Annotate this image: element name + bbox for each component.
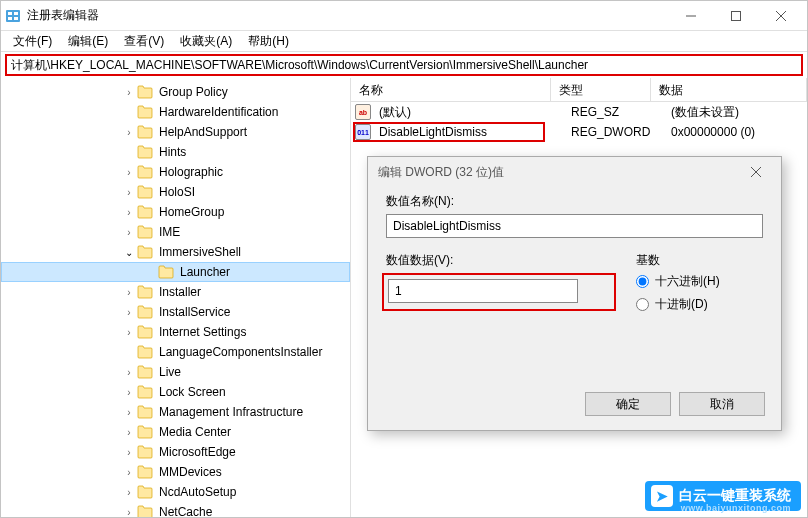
- tree-item-microsoftedge[interactable]: ›MicrosoftEdge: [1, 442, 350, 462]
- expander-icon[interactable]: ›: [121, 284, 137, 300]
- tree-item-holosi[interactable]: ›HoloSI: [1, 182, 350, 202]
- expander-icon[interactable]: ⌄: [121, 244, 137, 260]
- expander-icon[interactable]: ›: [121, 124, 137, 140]
- expander-icon[interactable]: ›: [121, 164, 137, 180]
- tree-item-internet-settings[interactable]: ›Internet Settings: [1, 322, 350, 342]
- expander-icon[interactable]: ›: [121, 404, 137, 420]
- radio-hex-input[interactable]: [636, 275, 649, 288]
- tree-item-lock-screen[interactable]: ›Lock Screen: [1, 382, 350, 402]
- ok-button[interactable]: 确定: [585, 392, 671, 416]
- expander-icon[interactable]: ›: [121, 304, 137, 320]
- tree-label: NetCache: [157, 505, 214, 517]
- tree-item-languagecomponentsinstaller[interactable]: LanguageComponentsInstaller: [1, 342, 350, 362]
- tree-label: MMDevices: [157, 465, 224, 479]
- svg-rect-1: [8, 12, 12, 15]
- maximize-button[interactable]: [713, 1, 758, 30]
- tree-item-media-center[interactable]: ›Media Center: [1, 422, 350, 442]
- menu-view[interactable]: 查看(V): [116, 31, 172, 52]
- menu-bar: 文件(F) 编辑(E) 查看(V) 收藏夹(A) 帮助(H): [1, 31, 807, 52]
- tree-item-launcher[interactable]: Launcher: [1, 262, 350, 282]
- tree-label: Management Infrastructure: [157, 405, 305, 419]
- folder-icon: [137, 485, 153, 499]
- data-field[interactable]: [388, 279, 578, 303]
- dword-value-icon: 011: [355, 124, 371, 140]
- menu-file[interactable]: 文件(F): [5, 31, 60, 52]
- col-header-name[interactable]: 名称: [351, 78, 551, 101]
- folder-icon: [137, 385, 153, 399]
- expander-icon[interactable]: ›: [121, 204, 137, 220]
- folder-icon: [137, 325, 153, 339]
- watermark-icon: ➤: [651, 485, 673, 507]
- tree-item-installservice[interactable]: ›InstallService: [1, 302, 350, 322]
- expander-icon: [121, 344, 137, 360]
- cell-name: DisableLightDismiss: [375, 125, 567, 139]
- tree-item-installer[interactable]: ›Installer: [1, 282, 350, 302]
- tree-item-live[interactable]: ›Live: [1, 362, 350, 382]
- folder-icon: [137, 245, 153, 259]
- address-bar[interactable]: [5, 54, 803, 76]
- value-row[interactable]: 011DisableLightDismissREG_DWORD0x0000000…: [351, 122, 807, 142]
- expander-icon[interactable]: ›: [121, 484, 137, 500]
- tree-item-helpandsupport[interactable]: ›HelpAndSupport: [1, 122, 350, 142]
- expander-icon[interactable]: ›: [121, 464, 137, 480]
- tree-item-netcache[interactable]: ›NetCache: [1, 502, 350, 517]
- title-bar: 注册表编辑器: [1, 1, 807, 31]
- expander-icon[interactable]: ›: [121, 384, 137, 400]
- expander-icon: [142, 264, 158, 280]
- tree-item-holographic[interactable]: ›Holographic: [1, 162, 350, 182]
- expander-icon[interactable]: ›: [121, 444, 137, 460]
- folder-icon: [137, 85, 153, 99]
- tree-label: Internet Settings: [157, 325, 248, 339]
- expander-icon[interactable]: ›: [121, 324, 137, 340]
- menu-help[interactable]: 帮助(H): [240, 31, 297, 52]
- tree-label: Launcher: [178, 265, 232, 279]
- tree-item-group-policy[interactable]: ›Group Policy: [1, 82, 350, 102]
- expander-icon[interactable]: ›: [121, 184, 137, 200]
- tree-label: LanguageComponentsInstaller: [157, 345, 324, 359]
- tree-item-homegroup[interactable]: ›HomeGroup: [1, 202, 350, 222]
- tree-item-mmdevices[interactable]: ›MMDevices: [1, 462, 350, 482]
- col-header-type[interactable]: 类型: [551, 78, 651, 101]
- folder-icon: [137, 165, 153, 179]
- value-row[interactable]: ab(默认)REG_SZ(数值未设置): [351, 102, 807, 122]
- cancel-button[interactable]: 取消: [679, 392, 765, 416]
- regedit-icon: [5, 8, 21, 24]
- dialog-close-button[interactable]: [741, 159, 771, 185]
- tree-item-ime[interactable]: ›IME: [1, 222, 350, 242]
- tree-item-management-infrastructure[interactable]: ›Management Infrastructure: [1, 402, 350, 422]
- expander-icon[interactable]: ›: [121, 224, 137, 240]
- expander-icon: [121, 104, 137, 120]
- tree-pane[interactable]: ›Group PolicyHardwareIdentification›Help…: [1, 78, 351, 517]
- folder-icon: [158, 265, 174, 279]
- close-button[interactable]: [758, 1, 803, 30]
- dialog-title-bar[interactable]: 编辑 DWORD (32 位)值: [368, 157, 781, 187]
- tree-item-immersiveshell[interactable]: ⌄ImmersiveShell: [1, 242, 350, 262]
- tree-label: Hints: [157, 145, 188, 159]
- list-body: ab(默认)REG_SZ(数值未设置)011DisableLightDismis…: [351, 102, 807, 142]
- expander-icon[interactable]: ›: [121, 364, 137, 380]
- name-label: 数值名称(N):: [386, 193, 763, 210]
- name-field[interactable]: [386, 214, 763, 238]
- tree-label: MicrosoftEdge: [157, 445, 238, 459]
- tree-item-ncdautosetup[interactable]: ›NcdAutoSetup: [1, 482, 350, 502]
- tree-item-hints[interactable]: Hints: [1, 142, 350, 162]
- menu-favorites[interactable]: 收藏夹(A): [172, 31, 240, 52]
- svg-rect-3: [14, 12, 18, 15]
- cell-data: (数值未设置): [667, 104, 807, 121]
- radio-dec-input[interactable]: [636, 298, 649, 311]
- expander-icon[interactable]: ›: [121, 424, 137, 440]
- tree-label: IME: [157, 225, 182, 239]
- tree-item-hardwareidentification[interactable]: HardwareIdentification: [1, 102, 350, 122]
- address-input[interactable]: [11, 58, 797, 72]
- list-header: 名称 类型 数据: [351, 78, 807, 102]
- folder-icon: [137, 445, 153, 459]
- menu-edit[interactable]: 编辑(E): [60, 31, 116, 52]
- radio-dec[interactable]: 十进制(D): [636, 296, 763, 313]
- folder-icon: [137, 205, 153, 219]
- expander-icon[interactable]: ›: [121, 84, 137, 100]
- radio-hex[interactable]: 十六进制(H): [636, 273, 763, 290]
- expander-icon[interactable]: ›: [121, 504, 137, 517]
- col-header-data[interactable]: 数据: [651, 78, 807, 101]
- minimize-button[interactable]: [668, 1, 713, 30]
- folder-icon: [137, 285, 153, 299]
